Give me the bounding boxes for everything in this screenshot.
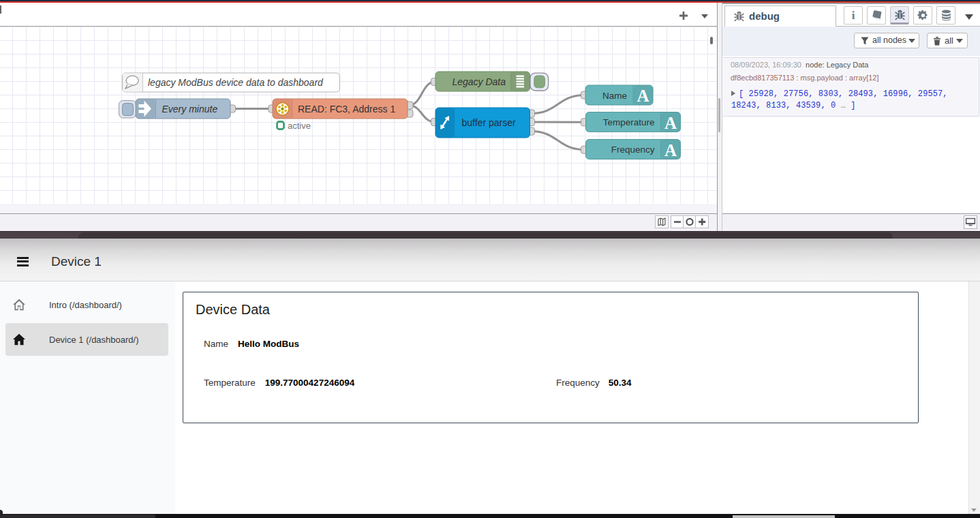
svg-text:buffer parser: buffer parser [462, 117, 516, 128]
svg-text:A: A [637, 87, 649, 105]
svg-text:Name: Name [602, 91, 627, 101]
svg-text:active: active [288, 121, 311, 131]
svg-text:A: A [664, 141, 677, 159]
svg-text:READ: FC3, Address 1: READ: FC3, Address 1 [298, 104, 395, 115]
svg-text:Temperature: Temperature [603, 117, 655, 127]
svg-text:legacy ModBus device data to d: legacy ModBus device data to dashboard [148, 77, 324, 88]
svg-text:Legacy Data: Legacy Data [452, 76, 506, 87]
svg-text:A: A [664, 114, 677, 132]
svg-text:Frequency: Frequency [611, 144, 655, 155]
svg-text:Every minute: Every minute [162, 104, 218, 115]
